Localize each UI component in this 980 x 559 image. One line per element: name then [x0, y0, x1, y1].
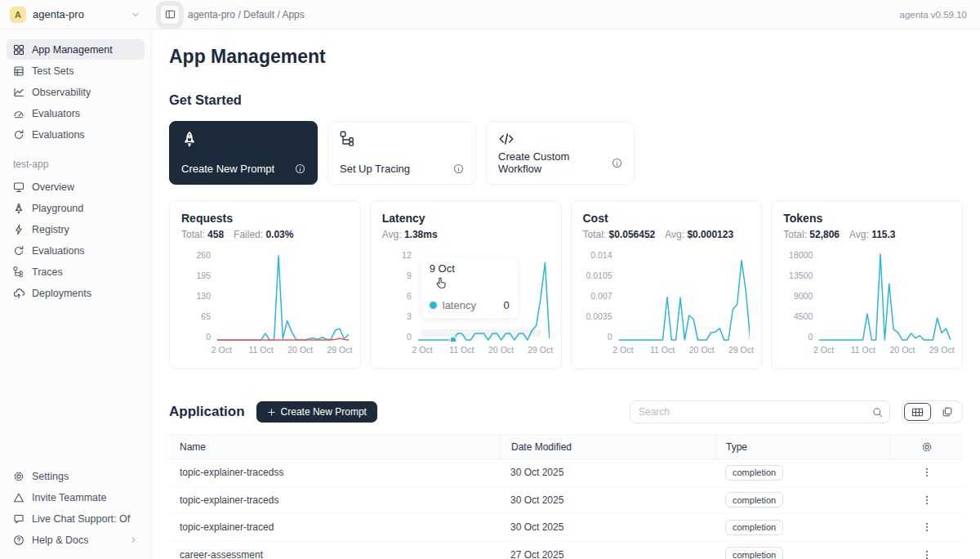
row-menu-button[interactable] — [918, 518, 936, 536]
app-name[interactable]: topic-explainer-tracedss — [169, 467, 500, 478]
table-body: topic-explainer-tracedss 30 Oct 2025 com… — [169, 459, 963, 559]
tooltip-series-row: latency0 — [430, 299, 510, 311]
sidebar-item-traces[interactable]: Traces — [7, 262, 145, 282]
search-button[interactable] — [865, 401, 889, 423]
table-row[interactable]: topic-explainer-traced 30 Oct 2025 compl… — [169, 514, 963, 542]
traces-icon — [13, 266, 24, 278]
sidebar-item-registry[interactable]: Registry — [7, 219, 145, 239]
applications-table: Name Date Modified Type topic-explainer-… — [169, 434, 963, 559]
series-dot-icon — [430, 302, 437, 309]
x-axis-tick: 11 Oct — [851, 345, 875, 355]
table-row[interactable]: topic-explainer-tracedss 30 Oct 2025 com… — [169, 459, 963, 487]
table-view-button[interactable] — [904, 403, 931, 421]
plus-icon — [267, 408, 276, 417]
metric-chart: 1800013500900045000 2 Oct11 Oct20 Oct29 … — [783, 250, 951, 356]
info-icon[interactable] — [612, 158, 622, 168]
metric-stat: Avg: 115.3 — [849, 229, 896, 240]
table-header: Name Date Modified Type — [169, 434, 963, 459]
chart-y-axis: 129630 — [382, 250, 412, 342]
card-view-button[interactable] — [933, 403, 960, 421]
y-axis-tick: 0 — [783, 332, 813, 342]
app-name[interactable]: topic-explainer-traceds — [169, 494, 500, 506]
evaluations-icon — [13, 129, 24, 141]
sidebar-item-settings[interactable]: Settings — [7, 466, 145, 486]
main-content: App Management Get Started Create New Pr… — [152, 29, 980, 559]
app-type-badge: completion — [725, 465, 783, 481]
set-up-tracing-card[interactable]: Set Up Tracing — [327, 121, 476, 185]
y-axis-tick: 0.014 — [583, 250, 612, 260]
sidebar-item-help-docs[interactable]: Help & Docs — [7, 530, 145, 550]
x-axis-tick: 29 Oct — [929, 345, 955, 355]
metric-stats: Total: 458Failed: 0.03% — [181, 229, 349, 240]
chart-plot-area[interactable]: 2 Oct11 Oct20 Oct29 Oct — [217, 250, 349, 356]
x-axis-tick: 20 Oct — [689, 345, 715, 355]
app-name[interactable]: topic-explainer-traced — [169, 521, 500, 533]
chart-plot-area[interactable]: 2 Oct11 Oct20 Oct29 Oct — [819, 250, 951, 356]
chart-x-axis: 2 Oct11 Oct20 Oct29 Oct — [819, 343, 951, 356]
sidebar-item-evaluations[interactable]: Evaluations — [7, 124, 145, 145]
cursor-icon — [434, 276, 448, 293]
y-axis-tick: 4500 — [783, 311, 813, 321]
sidebar-toggle-button[interactable] — [160, 5, 180, 25]
table-row[interactable]: topic-explainer-traceds 30 Oct 2025 comp… — [169, 487, 963, 515]
info-icon[interactable] — [453, 163, 464, 174]
chart-plot-area[interactable]: 2 Oct11 Oct20 Oct29 Oct — [619, 250, 751, 356]
invite-icon — [13, 492, 24, 503]
create-new-prompt-button[interactable]: Create New Prompt — [256, 401, 377, 423]
overview-icon — [13, 181, 24, 193]
x-axis-tick: 29 Oct — [728, 345, 754, 355]
table-settings-button[interactable] — [918, 438, 936, 456]
row-menu-button[interactable] — [918, 491, 936, 509]
sidebar-item-app-management[interactable]: App Management — [7, 39, 145, 60]
x-axis-tick: 2 Oct — [813, 345, 834, 355]
app-version: agenta v0.59.10 — [900, 10, 980, 20]
tracing-large-icon — [340, 131, 464, 147]
x-axis-tick: 20 Oct — [488, 345, 514, 355]
sidebar-item-evaluators[interactable]: Evaluators — [7, 103, 145, 123]
deployments-icon — [13, 288, 24, 299]
y-axis-tick: 0.0035 — [583, 311, 612, 321]
chart-plot-area[interactable]: 2 Oct11 Oct20 Oct29 Oct 9 Oct latency0 — [418, 250, 550, 356]
chevron-down-icon — [131, 10, 140, 20]
metric-chart: 260195130650 2 Oct11 Oct20 Oct29 Oct — [181, 250, 349, 356]
table-row[interactable]: career-assessment 27 Oct 2025 completion — [169, 542, 963, 559]
sidebar-item-observability[interactable]: Observability — [7, 82, 145, 102]
ellipsis-vertical-icon — [921, 521, 933, 533]
sidebar-item-deployments[interactable]: Deployments — [7, 283, 145, 303]
view-mode-toggle — [902, 400, 963, 423]
rocket-icon — [13, 203, 24, 214]
sidebar-item-test-sets[interactable]: Test Sets — [7, 60, 145, 81]
column-date-modified[interactable]: Date Modified — [500, 435, 715, 458]
column-name[interactable]: Name — [169, 435, 500, 458]
column-type[interactable]: Type — [715, 435, 890, 458]
y-axis-tick: 0 — [382, 332, 412, 342]
row-menu-button[interactable] — [918, 463, 936, 481]
chart-line-svg — [819, 250, 951, 342]
row-menu-button[interactable] — [918, 546, 936, 559]
create-custom-workflow-card[interactable]: Create Custom Workflow — [486, 121, 635, 185]
info-icon[interactable] — [295, 163, 305, 174]
sidebar-panel-icon — [165, 9, 176, 20]
workspace-switcher[interactable]: A agenta-pro — [0, 7, 152, 23]
tooltip-date: 9 Oct — [430, 262, 510, 275]
metric-title: Latency — [382, 212, 550, 225]
sidebar-item-invite-teammate[interactable]: Invite Teammate — [7, 487, 145, 508]
sidebar-item-overview[interactable]: Overview — [7, 177, 145, 197]
metric-stat: Total: $0.056452 — [583, 229, 656, 240]
y-axis-tick: 260 — [181, 250, 211, 260]
help-icon — [13, 534, 24, 546]
sidebar-item-live-chat-support-off[interactable]: Live Chat Support: Off — [7, 508, 145, 529]
x-axis-tick: 11 Oct — [449, 345, 474, 355]
search-input[interactable] — [630, 406, 865, 418]
metric-title: Tokens — [783, 212, 951, 225]
workspace-avatar: A — [10, 7, 26, 23]
requests-metric-card: Requests Total: 458Failed: 0.03% 2601951… — [169, 200, 361, 369]
breadcrumb: agenta-pro / Default / Apps — [188, 9, 305, 20]
sidebar-item-playground[interactable]: Playground — [7, 198, 145, 218]
sidebar-item-evaluations[interactable]: Evaluations — [7, 240, 145, 261]
evaluators-icon — [13, 108, 24, 119]
create-new-prompt-card[interactable]: Create New Prompt — [169, 121, 318, 185]
app-name[interactable]: career-assessment — [169, 549, 500, 559]
chart-x-axis: 2 Oct11 Oct20 Oct29 Oct — [619, 343, 751, 356]
metric-stat: Avg: $0.000123 — [665, 229, 733, 240]
